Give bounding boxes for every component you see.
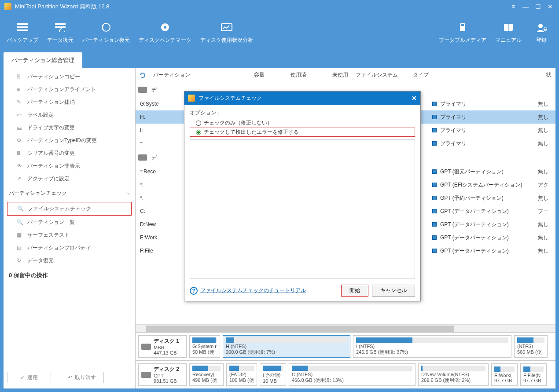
close-button[interactable]: ✕	[546, 2, 555, 11]
disk-map-partition[interactable]: Recovery(499 MB (使	[189, 363, 224, 386]
sidebar-item[interactable]: 👁パーティション非表示	[4, 160, 135, 172]
partition-type: プライマリ	[432, 114, 538, 121]
radio-check-and-fix[interactable]: チェックして検出したエラーを修正する	[190, 128, 415, 137]
register-button[interactable]: +登録	[526, 19, 557, 48]
disk-map-partition[interactable]: H:(NTFS)200.0 GB (使用済: 7%)	[223, 335, 350, 358]
minimize-button[interactable]: —	[521, 2, 530, 11]
col-capacity[interactable]: 容量	[224, 71, 268, 79]
sidebar-item[interactable]: ✎パーティション抹消	[4, 96, 135, 109]
disk-icon	[141, 344, 151, 350]
usage-analysis-button[interactable]: ディスク使用状況分析	[196, 19, 257, 48]
disk-map-header: ディスク 1MBR447.13 GB	[138, 335, 187, 358]
manual-button[interactable]: マニュアル	[491, 19, 526, 48]
svg-rect-3	[55, 23, 66, 25]
title-bar: MiniTool Partition Wizard 無料版 12.8 ≡ — ☐…	[0, 0, 559, 13]
svg-rect-1	[17, 26, 28, 28]
partition-status: 無し	[538, 140, 555, 147]
menu-icon[interactable]: ≡	[509, 2, 518, 11]
sidebar-item[interactable]: ⎘パーティションコピー	[4, 70, 135, 83]
tab-partition-management[interactable]: パーティション総合管理	[4, 52, 82, 68]
partition-type: プライマリ	[432, 100, 538, 108]
maximize-button[interactable]: ☐	[533, 2, 542, 11]
typeid-icon: ⚙	[17, 137, 24, 144]
benchmark-button[interactable]: ディスクベンチマーク	[134, 19, 196, 48]
tutorial-link[interactable]: ファイルシステムチェックのチュートリアル	[200, 287, 306, 294]
disk-map-partition[interactable]: (その他)16 MB	[260, 363, 286, 386]
sidebar-item[interactable]: Ⅲシリアル番号の変更	[4, 147, 135, 160]
disk-map-partition[interactable]: C:(NTFS)466.0 GB (使用済: 13%)	[289, 363, 416, 386]
sidebar-section-check[interactable]: パーティションチェックヘ	[4, 185, 135, 201]
color-swatch	[432, 222, 437, 227]
disk-map-partition[interactable]: G:System r50 MB (使	[189, 335, 220, 358]
partition-type: GPT (データパーティション)	[432, 234, 538, 242]
sidebar-item[interactable]: ↻データ復元	[4, 254, 135, 267]
bootable-media-button[interactable]: ブータブルメディア	[434, 19, 491, 48]
svg-rect-8	[221, 24, 232, 31]
app-icon	[4, 3, 11, 10]
color-swatch	[432, 209, 437, 213]
output-panel	[190, 139, 415, 278]
options-label: オプション：	[190, 109, 415, 117]
disk-map-partition[interactable]: D:New Volume(NTFS)269.6 GB (使用済: 2%)	[418, 363, 489, 386]
cancel-button[interactable]: キャンセル	[372, 285, 415, 297]
disk-map-partition[interactable]: (NTFS)560 MB (使	[514, 335, 548, 358]
footer-actions: ✓ 適用 ↶ 取り消す	[7, 372, 104, 383]
color-swatch	[432, 141, 437, 146]
sidebar-item[interactable]: ≡パーティションアライメント	[4, 83, 135, 96]
sidebar-item-label: パーティション一覧	[27, 219, 75, 226]
partition-type: プライマリ	[432, 140, 538, 147]
partition-type: プライマリ	[432, 127, 538, 134]
col-used[interactable]: 使用済	[268, 71, 310, 79]
sidebar-item-label: パーティションアライメント	[27, 86, 96, 93]
partition-status: 無し	[538, 168, 555, 176]
refresh-icon[interactable]	[136, 72, 150, 79]
col-partition[interactable]: パーティション	[150, 71, 224, 79]
sidebar-item[interactable]: 🔍ファイルシステムチェック	[7, 202, 132, 216]
radio-check-only[interactable]: チェックのみ（修正しない）	[190, 118, 415, 128]
data-recovery-button[interactable]: データ復元	[43, 19, 78, 48]
disk-map: ディスク 1MBR447.13 GBG:System r50 MB (使H:(N…	[136, 332, 555, 360]
disk-map-partition[interactable]: F:File(N97.7 GB	[520, 363, 547, 386]
sidebar-item[interactable]: ↗アクティブに設定	[4, 172, 135, 185]
col-type[interactable]: タイプ	[409, 71, 515, 79]
sidebar-item-label: パーティション非表示	[27, 162, 80, 170]
list-icon: 🔍	[17, 219, 24, 226]
dialog-close-icon[interactable]: ✕	[412, 95, 417, 102]
disk-map-header: ディスク 2GPT931.51 GB	[138, 363, 187, 386]
col-status[interactable]: 状	[515, 71, 555, 79]
partition-type: GPT (予約パーティション)	[432, 194, 538, 202]
partition-status: 無し	[538, 247, 555, 255]
disk-map-partition[interactable]: (FAT32)100 MB (使	[226, 363, 257, 386]
sidebar-item[interactable]: 🔍パーティション一覧	[4, 216, 135, 229]
disk-icon	[141, 372, 151, 378]
undo-button[interactable]: ↶ 取り消す	[60, 372, 104, 383]
disk-map-partition[interactable]: E:Work(97.7 GB	[491, 363, 518, 386]
disk-map: ディスク 2GPT931.51 GBRecovery(499 MB (使(FAT…	[136, 360, 555, 388]
col-filesystem[interactable]: ファイルシステム	[352, 71, 409, 79]
sidebar-item-label: パーティションコピー	[27, 73, 80, 81]
svg-rect-0	[17, 23, 28, 25]
sidebar-item[interactable]: ▭ラベル設定	[4, 109, 135, 121]
sidebar-item-label: ラベル設定	[27, 111, 54, 119]
partition-status: 無し	[538, 194, 555, 202]
disk-icon	[138, 154, 147, 161]
chevron-up-icon: ヘ	[125, 191, 130, 197]
horizontal-scrollbar[interactable]	[136, 324, 555, 332]
apply-button[interactable]: ✓ 適用	[7, 372, 51, 383]
start-button[interactable]: 開始	[341, 285, 368, 297]
sidebar-item-label: パーティションプロパティ	[27, 244, 91, 252]
hide-icon: 👁	[17, 163, 24, 170]
filesystem-check-dialog: ファイルシステムチェック ✕ オプション： チェックのみ（修正しない） チェック…	[184, 91, 421, 301]
sidebar-item[interactable]: ▦サーフェステスト	[4, 229, 135, 242]
sidebar-item-label: パーティションTypeIDの変更	[27, 137, 97, 144]
partition-status: ブー	[538, 208, 555, 215]
sidebar-item[interactable]: 🖴ドライブ文字の変更	[4, 121, 135, 134]
sidebar-item-label: パーティション抹消	[27, 99, 75, 106]
partition-recovery-button[interactable]: パーティション復元	[78, 19, 134, 48]
sidebar-item[interactable]: ▤パーティションプロパティ	[4, 242, 135, 254]
help-icon[interactable]: ?	[190, 287, 198, 295]
sidebar-item[interactable]: ⚙パーティションTypeIDの変更	[4, 134, 135, 147]
backup-button[interactable]: バックアップ	[2, 19, 43, 48]
col-free[interactable]: 未使用	[310, 71, 352, 79]
disk-map-partition[interactable]: I:(NTFS)246.5 GB (使用済: 37%)	[353, 335, 511, 358]
